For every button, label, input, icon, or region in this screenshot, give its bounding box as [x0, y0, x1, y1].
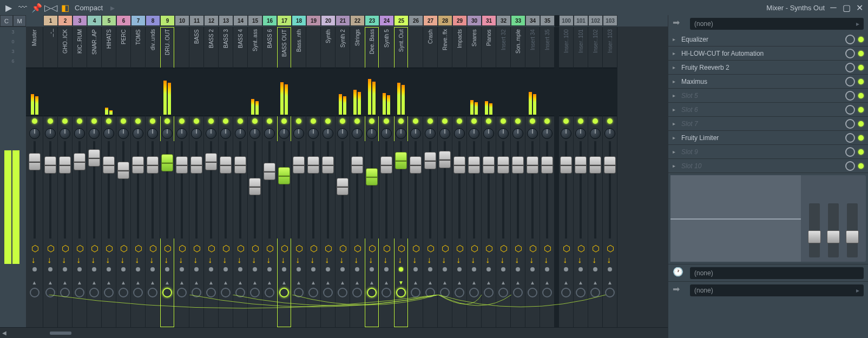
- pan-knob[interactable]: [133, 128, 143, 139]
- volume-fader[interactable]: [589, 156, 601, 174]
- output-route-icon[interactable]: ➡: [673, 284, 686, 297]
- mute-led[interactable]: [194, 118, 199, 124]
- eq-graph[interactable]: [670, 175, 801, 262]
- route-dot[interactable]: [472, 267, 476, 271]
- fx-icon[interactable]: ⬡: [456, 243, 463, 250]
- route-dot[interactable]: [457, 267, 462, 271]
- send-knob[interactable]: [323, 288, 333, 297]
- track-7[interactable]: TOMS⬡↓▲: [131, 27, 146, 327]
- fx-mix-knob[interactable]: [845, 63, 855, 72]
- scroll-thumb[interactable]: [50, 332, 71, 335]
- route-dot[interactable]: [326, 267, 330, 271]
- volume-fader[interactable]: [249, 178, 261, 195]
- pan-knob[interactable]: [410, 128, 421, 139]
- route-dot[interactable]: [516, 267, 520, 271]
- track-header-17[interactable]: 17: [277, 15, 292, 26]
- fx-icon[interactable]: ⬡: [208, 243, 214, 250]
- track-13[interactable]: BASS 3⬡↓▲: [219, 27, 233, 327]
- pan-knob[interactable]: [176, 128, 187, 139]
- send-arrow[interactable]: ▲: [296, 280, 301, 286]
- send-knob[interactable]: [498, 288, 508, 297]
- mute-led[interactable]: [563, 118, 569, 124]
- fx-icon[interactable]: ⬡: [31, 243, 38, 250]
- route-icon[interactable]: ↓: [47, 255, 54, 262]
- fx-mix-knob[interactable]: [845, 35, 855, 44]
- mute-led[interactable]: [471, 118, 477, 124]
- route-icon[interactable]: ↓: [310, 255, 317, 262]
- fx-icon[interactable]: ⬡: [485, 243, 492, 250]
- send-arrow[interactable]: ▼: [398, 280, 404, 286]
- play-icon[interactable]: ▶: [4, 3, 13, 12]
- mute-led[interactable]: [501, 118, 506, 124]
- fx-icon[interactable]: ⬡: [295, 243, 302, 250]
- track-header-31[interactable]: 31: [482, 15, 496, 26]
- send-knob[interactable]: [469, 288, 479, 297]
- track-header-11[interactable]: 11: [189, 15, 204, 26]
- mute-led[interactable]: [384, 118, 389, 124]
- send-arrow[interactable]: ▲: [501, 280, 506, 286]
- mute-led[interactable]: [340, 118, 345, 124]
- route-icon[interactable]: ↓: [398, 255, 404, 262]
- pan-knob[interactable]: [604, 128, 615, 139]
- mute-led[interactable]: [325, 118, 331, 124]
- send-arrow[interactable]: ▲: [530, 280, 535, 286]
- send-arrow[interactable]: ▲: [281, 280, 287, 286]
- volume-fader[interactable]: [264, 163, 275, 180]
- volume-fader[interactable]: [453, 156, 465, 174]
- send-knob[interactable]: [396, 288, 406, 297]
- pan-knob[interactable]: [575, 128, 586, 139]
- send-arrow[interactable]: ▲: [442, 280, 448, 286]
- eq-mid-fader[interactable]: [828, 203, 839, 257]
- track-header-1[interactable]: 1: [43, 15, 58, 26]
- output-select[interactable]: (none) ▸: [690, 284, 864, 296]
- send-knob[interactable]: [192, 288, 201, 297]
- track-18[interactable]: Bass..nth⬡↓▲: [292, 27, 306, 327]
- pan-knob[interactable]: [498, 128, 509, 139]
- volume-fader[interactable]: [395, 152, 407, 169]
- mute-led[interactable]: [252, 118, 258, 124]
- fx-icon[interactable]: ⬡: [91, 243, 97, 250]
- volume-fader[interactable]: [88, 149, 100, 167]
- send-knob[interactable]: [148, 288, 157, 297]
- track-header-30[interactable]: 30: [467, 15, 482, 26]
- volume-fader[interactable]: [604, 156, 616, 174]
- volume-fader[interactable]: [147, 156, 159, 174]
- send-arrow[interactable]: ▲: [413, 280, 418, 286]
- track-27[interactable]: Crash⬡↓▲: [423, 27, 438, 327]
- fx-icon[interactable]: ⬡: [164, 243, 170, 250]
- track-100[interactable]: Inser..100⬡↓▲: [559, 27, 574, 327]
- fx-icon[interactable]: ⬡: [179, 243, 185, 250]
- send-knob[interactable]: [104, 288, 114, 297]
- send-knob[interactable]: [590, 288, 600, 297]
- send-arrow[interactable]: ▲: [593, 280, 598, 286]
- send-arrow[interactable]: ▲: [563, 280, 569, 286]
- route-icon[interactable]: ↓: [266, 255, 273, 262]
- route-dot[interactable]: [180, 267, 184, 271]
- route-dot[interactable]: [608, 267, 612, 271]
- route-icon[interactable]: ↓: [544, 255, 550, 262]
- track-5[interactable]: HIHATS⬡↓▲: [102, 27, 116, 327]
- send-arrow[interactable]: ▲: [48, 280, 53, 286]
- mute-led[interactable]: [106, 118, 111, 124]
- track-29[interactable]: Impacts⬡↓▲: [452, 27, 467, 327]
- track-header-33[interactable]: 33: [511, 15, 525, 26]
- volume-fader[interactable]: [220, 156, 232, 174]
- master-track[interactable]: Master⬡↓▲: [26, 27, 43, 327]
- track-25[interactable]: Synt..Out⬡↓▼: [394, 27, 409, 327]
- track-header-22[interactable]: 22: [350, 15, 365, 26]
- track-header-23[interactable]: 23: [365, 15, 379, 26]
- fx-expand-icon[interactable]: ▸: [673, 149, 678, 155]
- route-icon[interactable]: ↓: [456, 255, 463, 262]
- volume-fader[interactable]: [380, 156, 392, 174]
- route-dot[interactable]: [267, 267, 272, 271]
- fx-enable-led[interactable]: [858, 163, 864, 169]
- send-knob[interactable]: [75, 288, 84, 297]
- fx-slot-3[interactable]: ▸Fruity Reeverb 2: [668, 61, 868, 75]
- track-17[interactable]: BASS OUT⬡↓▲: [277, 27, 292, 327]
- track-1[interactable]: _-_⬡↓▲: [43, 27, 58, 327]
- mute-led[interactable]: [165, 118, 170, 124]
- pan-knob[interactable]: [527, 128, 538, 139]
- route-icon[interactable]: ↓: [607, 255, 613, 262]
- fx-slot-4[interactable]: ▸Maximus: [668, 75, 868, 89]
- fx-icon[interactable]: ⬡: [252, 243, 258, 250]
